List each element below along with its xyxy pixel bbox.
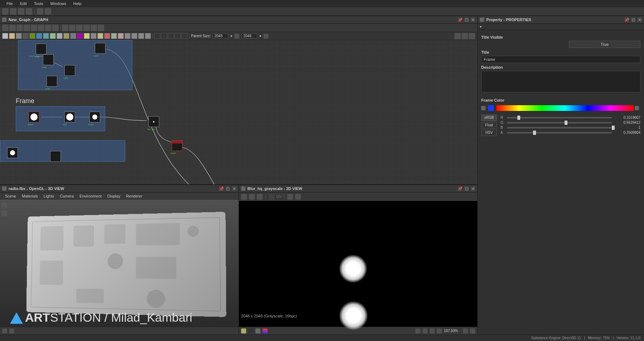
view3d-menu-display[interactable]: Display [104,193,123,199]
channel-alpha-icon[interactable] [248,328,253,333]
node-expose-icon[interactable] [91,25,97,31]
parent-height-input[interactable] [241,33,257,39]
view3d-menu-environment[interactable]: Environment [77,193,104,199]
center-icon[interactable] [423,328,428,333]
atomic-warp-icon[interactable] [118,33,124,39]
pin-icon[interactable]: 📌 [458,18,462,22]
channel-b-slider[interactable] [507,127,612,128]
light-icon[interactable] [1,210,7,216]
fit-icon[interactable] [430,328,435,333]
lock-zoom-icon[interactable] [463,328,468,333]
color-mode-float[interactable]: Float [481,122,497,128]
pin-icon[interactable]: 📌 [458,186,462,191]
atomic-sharpen-icon[interactable] [97,33,103,39]
graph-node[interactable]: node [43,54,54,65]
view3d-menu-camera[interactable]: Camera [57,193,77,199]
actual-icon[interactable] [437,328,442,333]
channel-r-slider[interactable] [507,117,612,118]
refresh-icon[interactable] [10,8,16,15]
menu-help[interactable]: Help [70,0,85,7]
tile-icon[interactable] [415,328,420,333]
parent-width-input[interactable] [213,33,228,39]
maximize-icon[interactable]: ▢ [464,186,469,191]
atomic-bitmap-icon[interactable] [138,33,144,39]
camera-icon[interactable] [1,203,7,208]
material-icon[interactable] [9,328,14,333]
render-icon[interactable] [2,328,7,333]
color-mode-srgb[interactable]: sRGB [481,115,497,121]
menu-edit[interactable]: Edit [16,0,30,7]
view3d-menu-renderer[interactable]: Renderer [123,193,145,199]
menu-windows[interactable]: Windows [47,0,70,7]
undo-icon[interactable] [37,8,43,15]
maximize-icon[interactable]: ▢ [464,18,469,22]
reset-size-icon[interactable] [263,34,268,39]
node-refresh-icon[interactable] [76,25,83,31]
graph-node-blur[interactable]: ▸blur_hq [148,116,159,127]
eyedropper-icon[interactable] [481,106,486,110]
channel-rgb-icon[interactable] [241,328,246,333]
atomic-channels-icon[interactable] [23,33,29,39]
atomic-curve-icon[interactable] [29,33,35,39]
color-swatch[interactable] [488,105,494,111]
atomic-dirmotion-icon[interactable] [36,33,42,39]
atomic-normal-icon[interactable] [84,33,90,39]
link-size-icon[interactable] [234,34,239,39]
channel-split-icon[interactable] [263,328,268,333]
graph-node[interactable]: levels [89,112,100,122]
align-icon[interactable] [45,25,52,31]
atomic-text-icon[interactable] [131,33,137,39]
atomic-dist-icon[interactable] [43,33,49,39]
graph-frame[interactable] [18,40,132,90]
title-input[interactable] [481,56,640,63]
atomic-input-icon[interactable] [175,33,181,39]
save-image-icon[interactable] [249,194,255,200]
atomic-transform-icon[interactable] [111,33,117,39]
description-input[interactable] [481,71,640,92]
close-icon[interactable]: ✕ [471,186,475,191]
close-icon[interactable]: ✕ [638,18,642,22]
color-mode-hsv[interactable]: HSV [481,130,497,136]
atomic-comment-icon[interactable] [154,33,160,39]
node-frame-icon[interactable] [83,25,90,31]
title-visible-toggle[interactable]: True [569,41,640,48]
node-cut-icon[interactable] [69,25,75,31]
channel-g-slider[interactable] [507,122,612,123]
node-copy-icon[interactable] [62,25,68,31]
zoom-icon[interactable] [31,25,37,31]
graph-node[interactable] [7,147,18,158]
histogram-icon[interactable] [295,194,301,200]
atomic-gradient-icon[interactable] [57,33,63,39]
open-image-icon[interactable] [241,194,247,200]
color-pick-icon[interactable] [635,106,639,110]
copy-image-icon[interactable] [257,194,263,200]
atomic-fx-icon[interactable] [145,33,151,39]
atomic-blur-icon[interactable] [16,33,22,39]
graph-node[interactable]: node [47,76,57,87]
info-icon[interactable] [24,25,30,31]
graph-opt1-icon[interactable] [454,33,461,39]
menu-tools[interactable]: Tools [30,0,47,7]
atomic-pin-icon[interactable] [168,33,174,39]
graph-frame[interactable] [0,140,125,162]
info-icon[interactable] [287,194,293,200]
view3d-menu-lights[interactable]: Lights [41,193,57,199]
graph-node[interactable]: blend [172,140,182,151]
graph-node[interactable]: node [36,44,47,54]
cursor-icon[interactable] [2,25,9,31]
atomic-shuffle-icon[interactable] [104,33,110,39]
view3d-menu-materials[interactable]: Materials [19,193,41,199]
atomic-pixel-icon[interactable] [91,33,97,39]
atomic-svg-icon[interactable] [125,33,131,39]
home-icon[interactable] [2,8,9,15]
graph-node[interactable]: blur [64,112,75,122]
close-icon[interactable]: ✕ [471,18,475,22]
atomic-emboss-icon[interactable] [50,33,56,39]
pin-icon[interactable]: 📌 [219,186,224,191]
grid-icon[interactable] [52,25,59,31]
graph-opt2-icon[interactable] [462,33,468,39]
lock-icon[interactable] [470,328,475,333]
uv-toggle-icon[interactable] [269,194,274,200]
graph-node[interactable]: shape [29,112,39,122]
atomic-hsl-icon[interactable] [70,33,76,39]
